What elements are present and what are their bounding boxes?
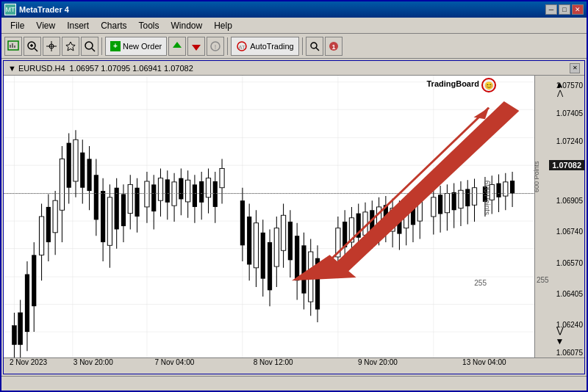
time-label-3: 7 Nov 04:00: [154, 358, 194, 366]
title-bar: MT MetaTrader 4 ─ □ ✕: [1, 1, 587, 18]
chart-svg: [4, 76, 534, 357]
toolbar-zoom-in[interactable]: [24, 37, 41, 56]
label-255-axis: 255: [537, 276, 549, 284]
menu-charts[interactable]: Charts: [95, 19, 132, 32]
svg-rect-96: [199, 181, 204, 203]
toolbar-buy[interactable]: [168, 37, 186, 56]
svg-rect-162: [459, 190, 463, 208]
svg-rect-44: [18, 313, 23, 345]
svg-rect-122: [301, 245, 306, 293]
svg-line-13: [92, 48, 95, 51]
new-order-button[interactable]: + New Order: [105, 37, 167, 56]
maximize-button[interactable]: □: [559, 4, 570, 15]
chart-close-btn[interactable]: ✕: [570, 63, 580, 73]
points-label-axis: 600 Points: [533, 161, 540, 192]
svg-text:1: 1: [331, 43, 335, 51]
svg-rect-48: [32, 255, 36, 306]
chart-header: ▼ EURUSD.H4 1.06957 1.07095 1.06941 1.07…: [4, 61, 584, 76]
svg-rect-92: [186, 180, 190, 202]
svg-rect-164: [465, 189, 470, 206]
svg-rect-112: [268, 242, 272, 290]
toolbar-crosshair[interactable]: [43, 37, 60, 56]
minimize-button[interactable]: ─: [545, 4, 557, 15]
price-axis: 1.07570 1.07405 1.07240 1.07082 1.06905 …: [534, 76, 584, 357]
svg-rect-118: [288, 222, 293, 260]
svg-rect-52: [46, 207, 51, 242]
chart-prices: 1.06957 1.07095 1.06941 1.07082: [70, 64, 193, 73]
svg-rect-154: [431, 197, 436, 217]
toolbar-star[interactable]: [62, 37, 79, 56]
svg-rect-158: [445, 194, 449, 213]
chart-body: TradingBoard 😊 600 Points 255 1.07570 1.…: [4, 76, 584, 357]
price-scroll-up[interactable]: ▲: [556, 79, 564, 90]
svg-rect-74: [121, 194, 126, 226]
time-label-1: 2 Nov 2023: [10, 358, 47, 366]
chart-header-right: ✕: [570, 63, 580, 73]
toolbar-zoom[interactable]: [81, 37, 98, 56]
menu-view[interactable]: View: [30, 19, 61, 32]
svg-point-12: [85, 42, 93, 49]
menu-tools[interactable]: Tools: [133, 19, 165, 32]
svg-marker-14: [173, 42, 182, 48]
toolbar-alert[interactable]: !: [207, 37, 224, 56]
svg-rect-104: [240, 200, 245, 245]
time-label-2: 3 Nov 20:00: [74, 358, 113, 366]
svg-line-21: [316, 48, 319, 51]
title-bar-left: MT MetaTrader 4: [4, 4, 69, 15]
menu-insert[interactable]: Insert: [61, 19, 95, 32]
toolbar-new-chart[interactable]: [4, 37, 22, 56]
close-button[interactable]: ✕: [572, 4, 584, 15]
trading-board-icon[interactable]: 😊: [481, 78, 496, 92]
price-level-2: 1.07405: [556, 109, 583, 117]
svg-rect-90: [179, 178, 183, 200]
svg-rect-106: [247, 217, 251, 264]
svg-text:!: !: [215, 43, 217, 51]
svg-marker-179: [473, 108, 489, 120]
svg-rect-70: [107, 197, 112, 245]
svg-rect-80: [145, 181, 149, 207]
svg-rect-50: [39, 217, 43, 255]
price-scroll-bar-top[interactable]: ⋀: [557, 89, 563, 97]
new-order-label: New Order: [123, 42, 162, 51]
svg-rect-120: [295, 236, 299, 280]
chart-symbol: ▼ EURUSD.H4: [8, 64, 65, 73]
price-level-5: 1.06905: [556, 197, 583, 205]
price-scroll-down[interactable]: ▼: [556, 336, 564, 346]
toolbar-sell[interactable]: [187, 37, 205, 56]
svg-rect-72: [115, 188, 119, 230]
toolbar-sep-1: [101, 37, 102, 55]
price-level-6: 1.06740: [556, 228, 583, 236]
autotrading-button[interactable]: AT AutoTrading: [231, 37, 299, 56]
label-255: 255: [474, 279, 487, 287]
svg-marker-11: [66, 42, 75, 51]
menu-bar: File View Insert Charts Tools Window Hel…: [1, 18, 587, 34]
toolbar: + New Order ! AT AutoTrading 1: [1, 34, 587, 59]
title-buttons: ─ □ ✕: [545, 4, 584, 15]
svg-rect-160: [452, 192, 456, 210]
autotrading-icon: AT: [236, 40, 248, 52]
time-label-4: 8 Nov 12:00: [254, 358, 293, 366]
svg-rect-60: [74, 139, 78, 181]
new-order-icon: +: [110, 41, 121, 51]
svg-rect-176: [510, 181, 514, 193]
chart-main[interactable]: TradingBoard 😊 600 Points 255: [4, 76, 534, 357]
svg-rect-42: [12, 325, 16, 344]
price-scroll-bar-bot[interactable]: ⋁: [556, 325, 564, 335]
menu-file[interactable]: File: [4, 19, 30, 32]
svg-rect-54: [53, 200, 57, 233]
svg-marker-15: [192, 45, 201, 51]
toolbar-notifications[interactable]: 1: [325, 37, 343, 56]
toolbar-search[interactable]: [306, 37, 323, 56]
current-price-label: 1.07082: [549, 160, 584, 170]
svg-rect-46: [25, 275, 29, 333]
points-label: 600 Points: [483, 181, 491, 215]
svg-rect-110: [261, 233, 265, 279]
svg-rect-166: [472, 188, 476, 206]
svg-line-5: [35, 48, 37, 51]
svg-line-178: [322, 108, 489, 268]
price-level-3: 1.07240: [556, 137, 583, 145]
time-axis: 2 Nov 2023 3 Nov 20:00 7 Nov 04:00 8 Nov…: [4, 357, 584, 374]
menu-help[interactable]: Help: [208, 19, 238, 32]
trading-board-label: TradingBoard: [426, 79, 479, 88]
menu-window[interactable]: Window: [165, 19, 209, 32]
